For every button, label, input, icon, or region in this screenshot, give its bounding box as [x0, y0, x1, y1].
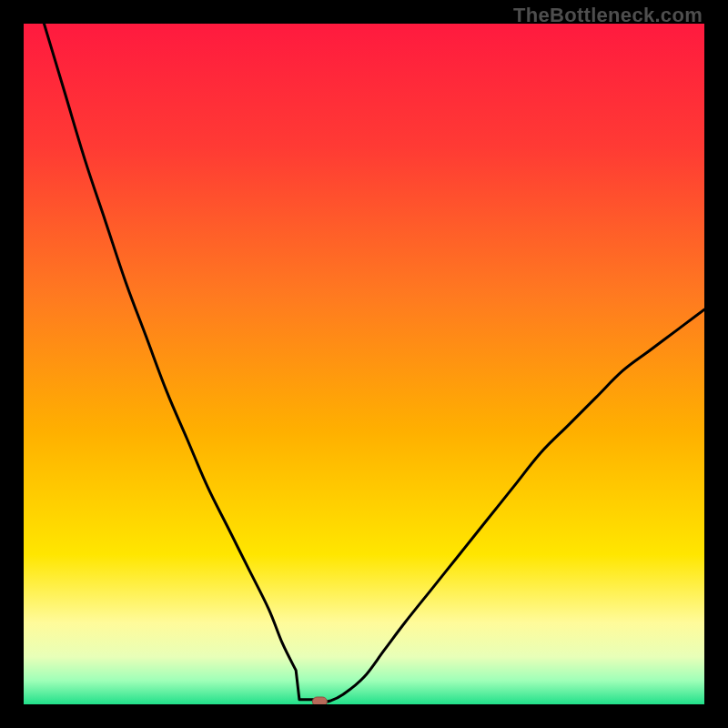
- plot-area: [24, 24, 704, 704]
- watermark-label: TheBottleneck.com: [513, 4, 703, 27]
- chart-frame: TheBottleneck.com: [0, 0, 728, 728]
- bottleneck-chart: [24, 24, 704, 704]
- gradient-background: [24, 24, 704, 704]
- optimum-marker: [312, 697, 327, 704]
